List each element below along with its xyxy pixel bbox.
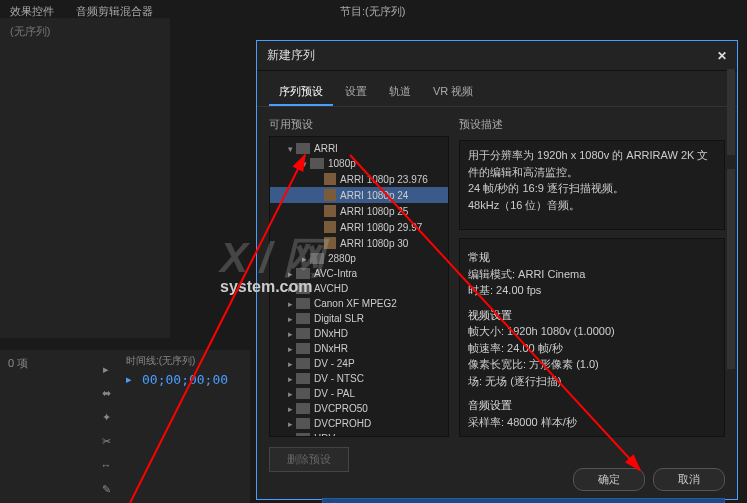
- detail-line: 帧速率: 24.00 帧/秒: [468, 340, 716, 357]
- preset-icon: [324, 173, 336, 185]
- tree-folder[interactable]: ▾1080p: [270, 156, 448, 171]
- twisty-icon[interactable]: ▾: [284, 144, 296, 154]
- close-icon[interactable]: ✕: [717, 49, 727, 63]
- tab-settings[interactable]: 设置: [335, 79, 377, 106]
- twisty-icon[interactable]: ▸: [284, 419, 296, 429]
- detail-line: 采样率: 48000 样本/秒: [468, 414, 716, 431]
- folder-icon: [296, 343, 310, 354]
- sequence-name-input[interactable]: [322, 498, 725, 503]
- folder-icon: [296, 328, 310, 339]
- tree-folder[interactable]: ▸DVCPRO50: [270, 401, 448, 416]
- timeline-panel: 时间线:(无序列) ▸ 00;00;00;00: [118, 350, 248, 500]
- detail-line: 像素长宽比: 方形像素 (1.0): [468, 356, 716, 373]
- description-panel: 预设描述 用于分辨率为 1920h x 1080v 的 ARRIRAW 2K 文…: [459, 117, 725, 437]
- delete-preset-button[interactable]: 删除预设: [269, 447, 349, 472]
- tree-preset[interactable]: ARRI 1080p 24: [270, 187, 448, 203]
- folder-icon: [310, 158, 324, 169]
- tree-label: ARRI 1080p 23.976: [340, 174, 428, 185]
- tab-program[interactable]: 节目:(无序列): [330, 0, 415, 23]
- twisty-icon[interactable]: ▸: [284, 269, 296, 279]
- preset-icon: [324, 221, 336, 233]
- tree-folder[interactable]: ▸2880p: [270, 251, 448, 266]
- folder-icon: [296, 268, 310, 279]
- detail-line: 帧大小: 1920h 1080v (1.0000): [468, 323, 716, 340]
- dialog-tabs: 序列预设 设置 轨道 VR 视频: [257, 71, 737, 107]
- tree-label: 1080p: [328, 158, 356, 169]
- tree-label: DVCPROHD: [314, 418, 371, 429]
- ok-button[interactable]: 确定: [573, 468, 645, 491]
- tree-folder[interactable]: ▸DVCPROHD: [270, 416, 448, 431]
- tree-preset[interactable]: ARRI 1080p 23.976: [270, 171, 448, 187]
- tree-label: AVC-Intra: [314, 268, 357, 279]
- preset-label: 可用预设: [269, 117, 449, 132]
- twisty-icon[interactable]: ▸: [284, 374, 296, 384]
- tree-preset[interactable]: ARRI 1080p 29.97: [270, 219, 448, 235]
- tree-label: ARRI: [314, 143, 338, 154]
- preset-panel: 可用预设 ▾ARRI▾1080pARRI 1080p 23.976ARRI 10…: [269, 117, 449, 437]
- tree-folder[interactable]: ▾ARRI: [270, 141, 448, 156]
- ripple-tool-icon[interactable]: ✦: [97, 408, 115, 426]
- tree-folder[interactable]: ▸Digital SLR: [270, 311, 448, 326]
- twisty-icon[interactable]: ▾: [298, 159, 310, 169]
- no-sequence-label: (无序列): [0, 18, 170, 45]
- folder-icon: [296, 358, 310, 369]
- slip-tool-icon[interactable]: ↔: [97, 456, 115, 474]
- tree-label: ARRI 1080p 29.97: [340, 222, 422, 233]
- tree-folder[interactable]: ▸AVC-Intra: [270, 266, 448, 281]
- tree-folder[interactable]: ▸HDV: [270, 431, 448, 437]
- dialog-titlebar: 新建序列 ✕: [257, 41, 737, 71]
- tree-folder[interactable]: ▸DV - NTSC: [270, 371, 448, 386]
- selection-tool-icon[interactable]: ▸: [97, 360, 115, 378]
- detail-line: 场: 无场 (逐行扫描): [468, 373, 716, 390]
- tree-label: DV - 24P: [314, 358, 355, 369]
- preset-tree[interactable]: ▾ARRI▾1080pARRI 1080p 23.976ARRI 1080p 2…: [269, 136, 449, 437]
- tree-preset[interactable]: ARRI 1080p 25: [270, 203, 448, 219]
- twisty-icon[interactable]: ▸: [284, 359, 296, 369]
- tool-toolbar: ▸ ⬌ ✦ ✂ ↔ ✎ ✋ T: [95, 360, 117, 503]
- tree-label: ARRI 1080p 25: [340, 206, 408, 217]
- track-select-tool-icon[interactable]: ⬌: [97, 384, 115, 402]
- tree-label: Digital SLR: [314, 313, 364, 324]
- tree-label: DV - PAL: [314, 388, 355, 399]
- preset-icon: [324, 237, 336, 249]
- twisty-icon[interactable]: ▸: [284, 404, 296, 414]
- tree-label: DNxHR: [314, 343, 348, 354]
- tree-label: 2880p: [328, 253, 356, 264]
- folder-icon: [296, 418, 310, 429]
- scrollbar[interactable]: [727, 169, 735, 369]
- tree-folder[interactable]: ▸DV - PAL: [270, 386, 448, 401]
- tab-vr[interactable]: VR 视频: [423, 79, 483, 106]
- tree-folder[interactable]: ▸DV - 24P: [270, 356, 448, 371]
- timecode[interactable]: 00;00;00;00: [142, 372, 228, 387]
- detail-heading: 音频设置: [468, 397, 716, 414]
- folder-icon: [296, 373, 310, 384]
- tree-label: DNxHD: [314, 328, 348, 339]
- effects-panel: (无序列): [0, 18, 170, 338]
- preset-details: 常规 编辑模式: ARRI Cinema 时基: 24.00 fps 视频设置 …: [459, 238, 725, 437]
- tree-folder[interactable]: ▸DNxHD: [270, 326, 448, 341]
- twisty-icon[interactable]: ▸: [284, 299, 296, 309]
- twisty-icon[interactable]: ▸: [298, 254, 310, 264]
- twisty-icon[interactable]: ▸: [284, 314, 296, 324]
- scrollbar[interactable]: [727, 69, 735, 155]
- twisty-icon[interactable]: ▸: [284, 344, 296, 354]
- twisty-icon[interactable]: ▸: [284, 434, 296, 438]
- tree-folder[interactable]: ▸Canon XF MPEG2: [270, 296, 448, 311]
- tree-preset[interactable]: ARRI 1080p 30: [270, 235, 448, 251]
- item-count: 0 项: [8, 356, 28, 371]
- tree-label: Canon XF MPEG2: [314, 298, 397, 309]
- pen-tool-icon[interactable]: ✎: [97, 480, 115, 498]
- razor-tool-icon[interactable]: ✂: [97, 432, 115, 450]
- cancel-button[interactable]: 取消: [653, 468, 725, 491]
- tab-sequence-preset[interactable]: 序列预设: [269, 79, 333, 106]
- timeline-label: 时间线:(无序列): [118, 350, 248, 372]
- twisty-icon[interactable]: ▸: [284, 284, 296, 294]
- tree-folder[interactable]: ▸DNxHR: [270, 341, 448, 356]
- tab-tracks[interactable]: 轨道: [379, 79, 421, 106]
- twisty-icon[interactable]: ▸: [284, 389, 296, 399]
- twisty-icon[interactable]: ▸: [284, 329, 296, 339]
- tree-folder[interactable]: ▸AVCHD: [270, 281, 448, 296]
- folder-icon: [296, 283, 310, 294]
- folder-icon: [310, 253, 324, 264]
- playhead-icon: ▸: [126, 373, 132, 386]
